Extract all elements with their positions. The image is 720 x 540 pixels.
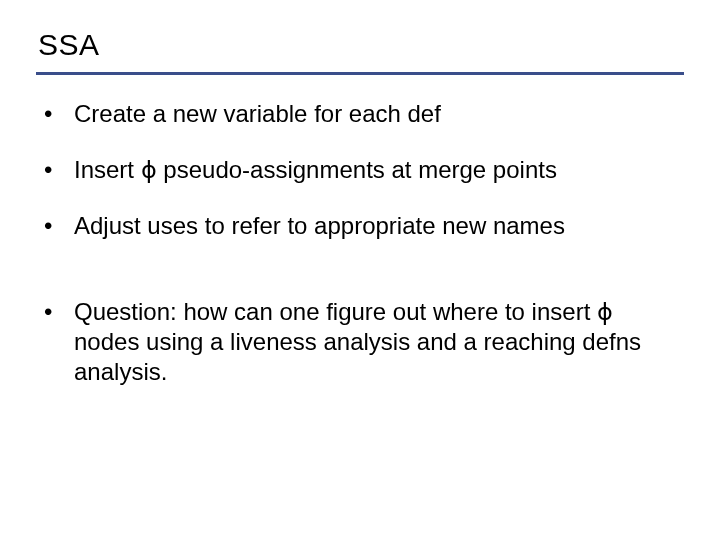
bullet-item: Question: how can one figure out where t…	[36, 297, 684, 387]
bullet-list: Create a new variable for each def Inser…	[36, 99, 684, 387]
bullet-item: Adjust uses to refer to appropriate new …	[36, 211, 684, 241]
title-underline	[36, 72, 684, 75]
spacer	[36, 267, 684, 297]
slide: SSA Create a new variable for each def I…	[0, 0, 720, 540]
bullet-item: Create a new variable for each def	[36, 99, 684, 129]
bullet-item: Insert ϕ pseudo-assignments at merge poi…	[36, 155, 684, 185]
slide-title: SSA	[38, 28, 684, 62]
